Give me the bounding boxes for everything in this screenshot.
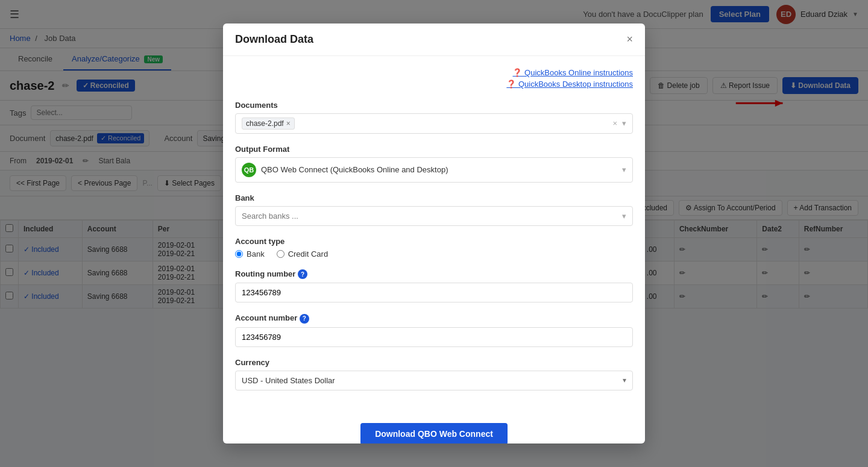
radio-credit-card[interactable]: Credit Card [277,249,328,259]
modal-close-button[interactable]: × [626,34,633,45]
modal-links: ❓ QuickBooks Online instructions ❓ Quick… [235,68,633,89]
qb-icon: QB [242,163,256,177]
radio-bank[interactable]: Bank [235,249,265,259]
modal-title: Download Data [235,33,313,46]
bank-search-input[interactable] [242,212,622,221]
routing-number-group: Routing number ? [235,269,633,303]
bank-label: Bank [235,193,633,202]
quickbooks-desktop-link[interactable]: ❓ QuickBooks Desktop instructions [506,80,633,89]
quickbooks-online-link[interactable]: ❓ QuickBooks Online instructions [512,68,633,77]
account-type-label: Account type [235,237,633,246]
document-tag-remove[interactable]: × [286,119,291,128]
documents-field: chase-2.pdf × × ▾ [235,113,633,134]
format-chevron: ▾ [622,165,626,174]
documents-group: Documents chase-2.pdf × × ▾ [235,101,633,134]
modal-header: Download Data × [223,24,645,56]
account-type-radios: Bank Credit Card [235,249,633,259]
routing-help-icon[interactable]: ? [298,269,307,279]
bank-chevron: ▾ [622,212,626,221]
qb-logo: QB QBO Web Connect (QuickBooks Online an… [242,163,448,177]
output-format-label: Output Format [235,145,633,154]
clear-icon[interactable]: × [612,119,617,128]
routing-number-input[interactable] [235,283,633,302]
documents-label: Documents [235,101,633,110]
bank-group: Bank ▾ [235,193,633,226]
modal: Download Data × ❓ QuickBooks Online inst… [223,24,645,309]
document-tag: chase-2.pdf × [242,118,295,130]
modal-body: ❓ QuickBooks Online instructions ❓ Quick… [223,56,645,309]
modal-overlay: Download Data × ❓ QuickBooks Online inst… [0,0,868,309]
dropdown-icon[interactable]: ▾ [622,119,626,128]
routing-number-label: Routing number ? [235,269,633,280]
output-format-group: Output Format QB QBO Web Connect (QuickB… [235,145,633,183]
output-format-select[interactable]: QB QBO Web Connect (QuickBooks Online an… [235,157,633,183]
bank-search-field[interactable]: ▾ [235,206,633,226]
account-type-group: Account type Bank Credit Card [235,237,633,259]
